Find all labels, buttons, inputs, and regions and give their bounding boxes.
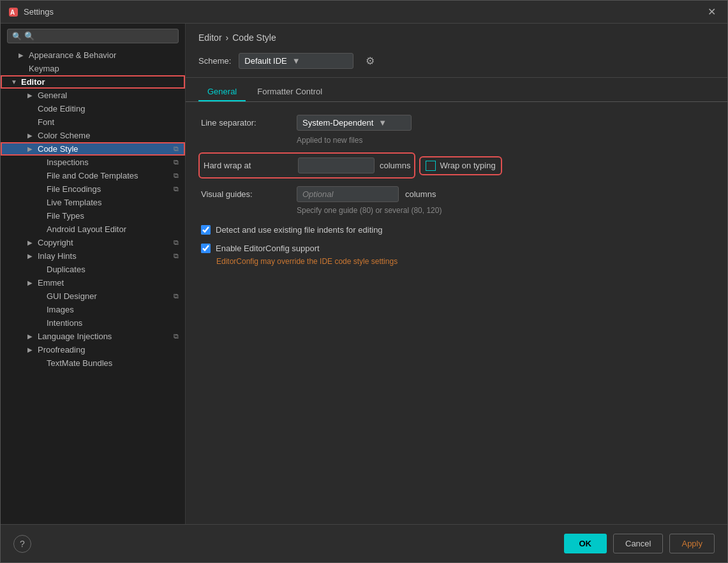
arrow-spacer-intentions: [36, 319, 45, 326]
arrow-spacer-live-templates: [36, 199, 45, 206]
visual-guides-input[interactable]: Optional: [297, 186, 399, 202]
sidebar-item-code-style[interactable]: ▶ Code Style ⧉: [1, 142, 185, 156]
ok-button[interactable]: OK: [564, 534, 607, 553]
sidebar-item-live-templates[interactable]: Live Templates: [1, 196, 185, 209]
sidebar-label-appearance: Appearance & Behavior: [29, 50, 116, 60]
sidebar-item-proofreading[interactable]: ▶ Proofreading: [1, 343, 185, 356]
sidebar: 🔍 ▶ Appearance & Behavior Keymap ▼ Edito…: [1, 24, 186, 524]
scheme-dropdown[interactable]: Default IDE ▼: [239, 53, 353, 69]
sidebar-label-live-templates: Live Templates: [47, 198, 101, 207]
sidebar-item-inspections[interactable]: Inspections ⧉: [1, 156, 185, 169]
sidebar-label-images: Images: [47, 305, 74, 314]
collapse-arrow-color-scheme: ▶: [27, 132, 36, 139]
window-title: Settings: [24, 7, 704, 17]
action-buttons: OK Cancel Apply: [564, 534, 715, 553]
sidebar-label-duplicates: Duplicates: [47, 265, 85, 274]
scheme-settings-button[interactable]: ⚙: [361, 52, 379, 69]
tabs-row: General Formatter Control: [186, 78, 727, 102]
sidebar-item-file-code-templates[interactable]: File and Code Templates ⧉: [1, 169, 185, 182]
help-button[interactable]: ?: [13, 535, 31, 553]
collapse-arrow-emmet: ▶: [27, 279, 36, 286]
copy-icon-lang: ⧉: [174, 332, 179, 340]
sidebar-label-android-layout: Android Layout Editor: [47, 224, 126, 234]
close-button[interactable]: ✕: [704, 4, 720, 19]
detect-indents-checkbox[interactable]: [201, 225, 211, 235]
sidebar-label-emmet: Emmet: [38, 278, 64, 288]
sidebar-label-code-editing: Code Editing: [38, 104, 85, 113]
line-separator-row: Line separator: System-Dependent ▼: [201, 115, 712, 131]
sidebar-label-inlay-hints: Inlay Hints: [38, 251, 77, 261]
sidebar-label-keymap: Keymap: [29, 64, 59, 73]
help-icon: ?: [20, 539, 25, 549]
sidebar-item-inlay-hints[interactable]: ▶ Inlay Hints ⧉: [1, 249, 185, 263]
sidebar-item-color-scheme[interactable]: ▶ Color Scheme: [1, 129, 185, 142]
collapse-arrow-proofreading: ▶: [27, 346, 36, 353]
copy-icon-inlay-hints: ⧉: [174, 252, 179, 260]
collapse-arrow-code-style: ▶: [27, 145, 36, 152]
hard-wrap-section: Hard wrap at 120 columns: [201, 155, 413, 176]
visual-guides-label: Visual guides:: [201, 189, 290, 199]
app-icon: A: [8, 7, 19, 17]
sidebar-item-editor[interactable]: ▼ Editor: [1, 75, 185, 89]
editor-config-label: Enable EditorConfig support: [216, 244, 320, 253]
sidebar-item-gui-designer[interactable]: GUI Designer ⧉: [1, 289, 185, 303]
arrow-spacer-font: [27, 119, 36, 126]
detect-indents-label: Detect and use existing file indents for…: [216, 225, 383, 235]
sidebar-item-textmate[interactable]: TextMate Bundles: [1, 356, 185, 370]
arrow-spacer-keymap: [19, 65, 27, 72]
hard-wrap-input[interactable]: 120: [298, 157, 375, 173]
arrow-spacer-file-templates: [36, 172, 45, 179]
cancel-button[interactable]: Cancel: [613, 534, 663, 553]
sidebar-label-code-style: Code Style: [38, 144, 78, 154]
visual-guides-unit: columns: [405, 189, 436, 199]
collapse-arrow-lang: ▶: [27, 333, 36, 340]
sidebar-item-general[interactable]: ▶ General: [1, 89, 185, 102]
editor-config-checkbox[interactable]: [201, 244, 211, 253]
sidebar-item-font[interactable]: Font: [1, 115, 185, 129]
line-separator-dropdown[interactable]: System-Dependent ▼: [297, 115, 412, 131]
search-input[interactable]: [24, 31, 174, 41]
breadcrumb-parent: Editor: [198, 33, 222, 43]
titlebar: A Settings ✕: [1, 1, 727, 24]
hard-wrap-label: Hard wrap at: [204, 161, 293, 170]
sidebar-label-editor: Editor: [21, 77, 45, 87]
main-content: 🔍 ▶ Appearance & Behavior Keymap ▼ Edito…: [1, 24, 727, 524]
sidebar-item-appearance[interactable]: ▶ Appearance & Behavior: [1, 48, 185, 62]
sidebar-item-file-types[interactable]: File Types: [1, 209, 185, 223]
visual-guides-hint: Specify one guide (80) or several (80, 1…: [297, 206, 712, 215]
sidebar-item-code-editing[interactable]: Code Editing: [1, 102, 185, 115]
sidebar-label-file-code-templates: File and Code Templates: [47, 171, 138, 180]
collapse-arrow-general: ▶: [27, 92, 36, 99]
wrap-on-typing-section: Wrap on typing: [422, 159, 499, 173]
copy-icon-file-encodings: ⧉: [174, 185, 179, 193]
sidebar-label-intentions: Intentions: [47, 318, 82, 328]
line-separator-hint: Applied to new files: [297, 136, 712, 145]
settings-window: A Settings ✕ 🔍 ▶ Appearance & Behavior K…: [0, 0, 728, 563]
tab-general-label: General: [207, 87, 237, 96]
sidebar-item-duplicates[interactable]: Duplicates: [1, 263, 185, 276]
visual-guides-placeholder: Optional: [302, 189, 333, 199]
arrow-spacer-code-editing: [27, 105, 36, 112]
visual-guides-section: Visual guides: Optional columns: [201, 186, 712, 202]
sidebar-item-android-layout[interactable]: Android Layout Editor: [1, 223, 185, 236]
wrap-on-typing-checkbox[interactable]: [426, 161, 436, 171]
sidebar-item-language-injections[interactable]: ▶ Language Injections ⧉: [1, 330, 185, 343]
sidebar-label-textmate: TextMate Bundles: [47, 358, 112, 368]
arrow-spacer-images: [36, 306, 45, 313]
sidebar-item-images[interactable]: Images: [1, 303, 185, 316]
sidebar-item-keymap[interactable]: Keymap: [1, 62, 185, 75]
sidebar-item-emmet[interactable]: ▶ Emmet: [1, 276, 185, 289]
sidebar-item-file-encodings[interactable]: File Encodings ⧉: [1, 182, 185, 196]
tab-formatter-control[interactable]: Formatter Control: [248, 83, 331, 101]
tab-general[interactable]: General: [198, 83, 246, 101]
copy-icon-code-style: ⧉: [174, 145, 179, 153]
sidebar-label-inspections: Inspections: [47, 157, 89, 167]
arrow-spacer-android: [36, 226, 45, 233]
editor-config-link[interactable]: EditorConfig may override the IDE code s…: [216, 257, 712, 266]
search-icon: 🔍: [12, 32, 22, 41]
collapse-arrow-inlay-hints: ▶: [27, 252, 36, 260]
sidebar-item-intentions[interactable]: Intentions: [1, 316, 185, 330]
apply-button[interactable]: Apply: [669, 534, 715, 553]
sidebar-item-copyright[interactable]: ▶ Copyright ⧉: [1, 236, 185, 249]
search-box[interactable]: 🔍: [7, 29, 179, 43]
